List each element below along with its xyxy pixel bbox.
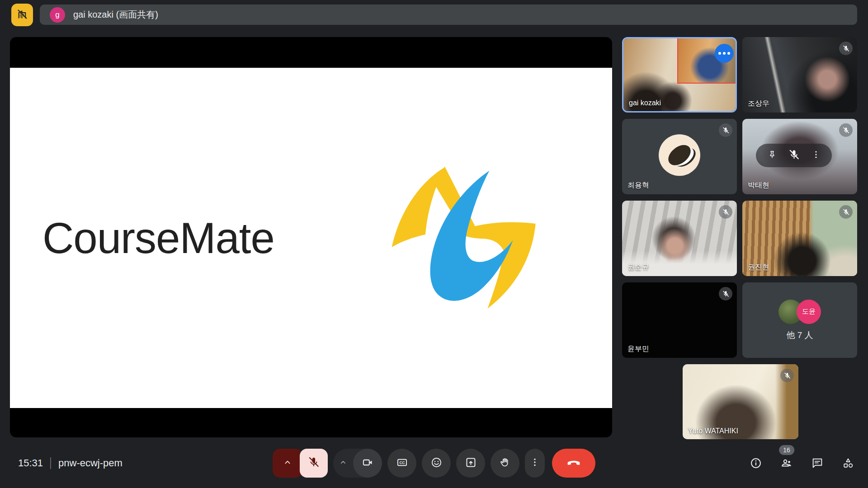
presenter-avatar: g [50,7,65,23]
clock-time: 15:31 [18,457,43,469]
camera-control-group [333,449,382,478]
smiley-icon [430,456,443,470]
participant-avatar-doyoon: 도윤 [797,300,821,324]
participant-tile-kwon-jinhyun[interactable]: 권진현 [742,201,857,276]
participant-name: gai kozaki [629,99,661,107]
info-icon [750,457,762,469]
mic-mute-toggle-button[interactable] [300,449,328,478]
meeting-details-button[interactable] [750,457,762,469]
mic-off-icon [788,149,800,163]
meeting-info: 15:31 pnw-ecwj-pem [18,449,123,478]
building-crossed-icon [16,8,28,22]
participant-name: Yuto WATAHIKI [688,427,738,435]
chat-panel-button[interactable] [811,457,824,469]
coursemate-logo [383,162,552,314]
present-screen-button[interactable] [456,449,485,478]
meet-window: g gai kozaki (画面共有) CourseMate gai kozak… [0,0,868,488]
call-controls: CC [273,449,595,478]
tile-more-options-button[interactable] [715,44,734,63]
avatar-name-label: 도윤 [802,307,816,316]
participant-name: 박태현 [748,181,769,190]
participant-avatar [659,134,700,176]
presenter-label: gai kozaki (画面共有) [73,9,158,21]
mic-off-icon [719,205,732,219]
activities-panel-button[interactable] [842,457,854,469]
participant-name: 조상우 [748,99,769,108]
meeting-code: pnw-ecwj-pem [58,457,123,469]
participant-tile-cho-sangwoo[interactable]: 조상우 [742,37,857,113]
chevron-up-icon [283,457,292,469]
participant-name: 권진현 [748,263,769,272]
mic-off-icon [839,42,853,55]
present-icon [465,456,477,470]
camera-toggle-button[interactable] [353,449,382,478]
participant-tile-yuto-watahiki[interactable]: Yuto WATAHIKI [683,364,798,439]
captions-button[interactable]: CC [387,449,416,478]
captions-icon: CC [396,456,408,470]
participant-count-badge: 16 [779,445,794,455]
participant-tile-gai-kozaki[interactable]: gai kozaki [622,37,737,113]
participant-tile-choi-yonghyuk[interactable]: 최용혁 [622,119,737,194]
presenter-banner: g gai kozaki (画面共有) [40,5,857,25]
overflow-participants-tile[interactable]: 도윤 他 7 人 [742,282,857,358]
camera-icon [362,456,374,470]
tile-hover-controls [756,144,832,167]
overflow-count-label: 他 7 人 [786,329,813,341]
raise-hand-button[interactable] [491,449,519,478]
participant-name: 윤부민 [627,344,649,354]
people-icon [780,457,793,469]
mic-off-icon [839,205,853,219]
svg-text:CC: CC [399,460,405,465]
participant-name: 권순규 [627,263,649,272]
cookie-avatar-image [665,141,694,169]
external-participants-warning-button[interactable] [11,4,33,26]
panel-controls: 16 [750,449,854,478]
reactions-button[interactable] [422,449,451,478]
divider [50,457,51,469]
end-call-button[interactable] [552,449,595,478]
mic-off-icon [780,369,794,382]
mic-off-icon [719,287,732,300]
overflow-avatars: 도윤 [778,300,821,324]
shared-screen: CourseMate [10,37,612,437]
mic-off-icon [307,456,320,470]
slide-title: CourseMate [42,213,274,263]
presenter-avatar-letter: g [55,10,59,19]
participant-tile-kwon-sungyu[interactable]: 권순규 [622,201,737,276]
participant-name: 최용혁 [627,181,649,190]
hand-icon [499,456,511,470]
participant-tile-yoon-bumin[interactable]: 윤부민 [622,282,737,358]
chat-icon [811,457,824,469]
kebab-icon [529,457,540,469]
mic-off-icon [719,123,732,137]
people-panel-button[interactable]: 16 [780,457,793,469]
participant-tile-park-taehyun[interactable]: 박태현 [742,119,857,194]
pin-button[interactable] [767,150,777,161]
more-options-button[interactable] [525,449,545,478]
end-call-icon [566,455,581,471]
activities-icon [842,457,854,469]
slide-content: CourseMate [10,68,612,408]
camera-options-button[interactable] [333,458,353,469]
chevron-up-icon [339,458,348,469]
mic-options-button[interactable] [273,449,302,478]
tile-more-options-button[interactable] [811,150,821,161]
mic-off-icon [839,123,853,137]
